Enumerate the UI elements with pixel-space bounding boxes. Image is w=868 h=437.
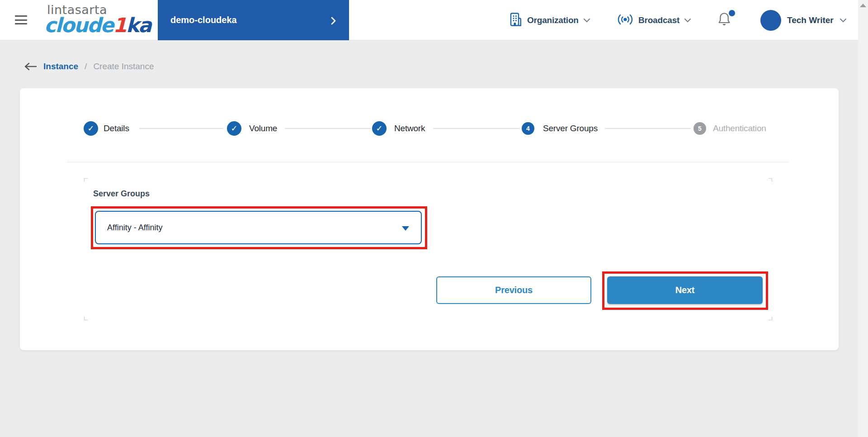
step-network-label: Network [394, 124, 425, 133]
caret-down-icon [402, 226, 409, 231]
server-groups-dropdown[interactable]: Affinity - Affinity [95, 211, 422, 244]
step-authentication-label: Authentication [713, 124, 766, 133]
step-volume-check-icon: ✓ [227, 121, 241, 136]
corner-tick [769, 317, 772, 320]
cloudeka-logo[interactable]: lintasarta cloude1ka [44, 3, 151, 36]
step-connector [285, 128, 371, 129]
stepper-divider [67, 162, 789, 162]
broadcast-icon [617, 13, 634, 28]
organization-building-icon [509, 12, 523, 28]
bell-icon [717, 21, 731, 28]
page-scrollbar[interactable] [858, 0, 868, 437]
notification-badge [729, 10, 735, 16]
breadcrumb-separator: / [85, 62, 87, 71]
step-connector [139, 128, 223, 129]
corner-tick [84, 178, 88, 182]
chevron-down-icon [840, 16, 847, 24]
previous-button[interactable]: Previous [436, 276, 591, 304]
broadcast-menu[interactable]: Broadcast [617, 0, 691, 40]
notifications-button[interactable] [717, 11, 737, 29]
step-connector [433, 128, 520, 129]
corner-tick [84, 317, 88, 320]
chevron-down-icon [684, 16, 691, 24]
step-server-groups-number: 4 [522, 122, 534, 135]
step-details-check-icon: ✓ [84, 121, 98, 136]
chevron-down-icon [583, 16, 590, 24]
server-groups-selected-value: Affinity - Affinity [107, 223, 162, 233]
project-selector[interactable]: demo-cloudeka [158, 0, 349, 40]
app-header: lintasarta cloude1ka demo-cloudeka Organ… [0, 0, 868, 40]
server-groups-field-label: Server Groups [93, 189, 150, 199]
step-details-label: Details [104, 124, 129, 133]
organization-menu[interactable]: Organization [509, 0, 590, 40]
corner-tick [769, 178, 772, 182]
breadcrumb: Instance / Create Instance [24, 62, 154, 71]
step-connector [605, 128, 691, 129]
breadcrumb-instance-link[interactable]: Instance [43, 62, 78, 71]
chevron-right-icon [331, 17, 336, 27]
user-name: Tech Writer [787, 15, 834, 25]
user-avatar [760, 10, 781, 31]
hamburger-menu-icon[interactable] [15, 15, 27, 24]
scroll-up-arrow-icon[interactable] [860, 4, 866, 7]
user-menu[interactable]: Tech Writer [760, 0, 847, 40]
next-button[interactable]: Next [607, 276, 763, 304]
step-network-check-icon: ✓ [372, 121, 387, 136]
cloudeka-wordmark: cloude1ka [44, 15, 151, 36]
step-server-groups-label: Server Groups [543, 124, 598, 133]
broadcast-label: Broadcast [638, 15, 679, 25]
project-name: demo-cloudeka [170, 15, 237, 25]
back-arrow-icon[interactable] [24, 62, 37, 71]
step-authentication-number: 5 [693, 122, 706, 135]
organization-label: Organization [527, 15, 579, 25]
step-volume-label: Volume [249, 124, 277, 133]
breadcrumb-current: Create Instance [93, 62, 154, 71]
